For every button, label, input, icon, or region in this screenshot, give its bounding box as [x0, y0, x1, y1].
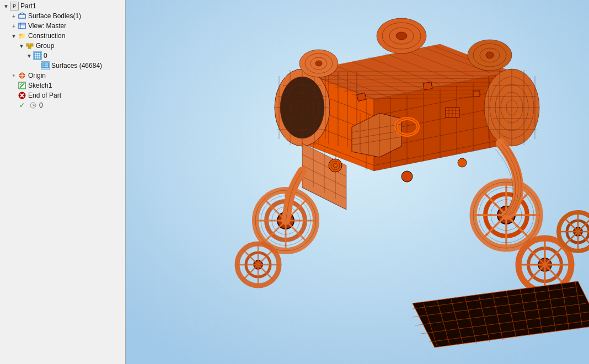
tree-label-sketch1: Sketch1: [28, 82, 52, 89]
svg-rect-14: [42, 63, 49, 68]
svg-rect-8: [28, 46, 31, 49]
construction-folder-icon: 📁: [18, 31, 26, 40]
origin-icon: [18, 71, 26, 80]
tree-item-construction[interactable]: ▼ 📁 Construction: [9, 31, 125, 41]
toggle-origin[interactable]: +: [10, 73, 18, 79]
tree-label-group: Group: [36, 42, 54, 50]
view-master-icon: [18, 22, 26, 30]
svg-rect-9: [34, 52, 41, 59]
tree-label-mesh0: 0: [44, 52, 47, 60]
svg-point-200: [329, 159, 342, 172]
tree-item-origin[interactable]: + Origin: [9, 71, 125, 81]
toggle-surfaces: [33, 63, 41, 69]
feature-tree-panel: ▼ P Part1 + Surface Bodies(1) + View: Ma…: [0, 0, 126, 364]
toggle-check0: [10, 103, 18, 109]
svg-point-111: [396, 32, 407, 40]
tree-label-part1: Part1: [20, 2, 36, 10]
tree-label-surfaces46684: Surfaces (46684): [51, 62, 102, 69]
tree-item-mesh0[interactable]: ▼ 0: [24, 51, 125, 61]
toggle-view-master[interactable]: +: [10, 23, 18, 29]
tree-label-surface-bodies: Surface Bodies(1): [28, 12, 81, 20]
tree-item-part1[interactable]: ▼ P Part1: [1, 1, 125, 11]
tree-label-origin: Origin: [28, 72, 46, 79]
tree-item-view-master[interactable]: + View: Master: [9, 21, 125, 31]
3d-viewport[interactable]: [126, 0, 589, 364]
tree-item-end-of-part[interactable]: End of Part: [9, 90, 125, 100]
toggle-part1[interactable]: ▼: [2, 3, 10, 9]
toggle-end-of-part: [10, 93, 18, 99]
toggle-sketch1: [10, 83, 18, 89]
svg-rect-198: [423, 82, 432, 90]
group-icon: [25, 41, 34, 50]
3d-model-svg: [126, 0, 589, 364]
tree-item-sketch1[interactable]: Sketch1: [9, 81, 125, 90]
svg-point-115: [486, 52, 494, 58]
svg-rect-199: [473, 91, 480, 97]
sketch-icon: [18, 81, 26, 90]
svg-point-107: [315, 61, 322, 66]
svg-line-28: [33, 105, 35, 106]
tree-item-group[interactable]: ▼ Group: [17, 41, 125, 51]
check-icon: ✓: [18, 101, 26, 110]
svg-rect-149: [446, 108, 459, 117]
surface-bodies-icon: [18, 12, 26, 20]
mesh-icon: [33, 51, 42, 60]
part-icon: P: [10, 2, 19, 10]
tree-label-view-master: View: Master: [28, 22, 66, 30]
tree-label-end-of-part: End of Part: [28, 92, 61, 99]
toggle-group[interactable]: ▼: [18, 43, 25, 49]
svg-point-204: [458, 158, 467, 167]
measure-icon: [29, 101, 38, 110]
svg-rect-3: [19, 23, 25, 29]
tree-item-surface-bodies[interactable]: + Surface Bodies(1): [9, 11, 125, 21]
svg-point-203: [401, 171, 413, 182]
svg-rect-0: [19, 14, 25, 18]
tree-item-surfaces46684[interactable]: Surfaces (46684): [32, 61, 125, 71]
end-of-part-icon: [18, 91, 26, 100]
toggle-surface-bodies[interactable]: +: [10, 13, 18, 19]
toggle-mesh0[interactable]: ▼: [25, 53, 33, 59]
toggle-construction[interactable]: ▼: [10, 33, 18, 39]
surfaces-node-icon: [41, 61, 50, 70]
tree-item-check0[interactable]: ✓ 0: [9, 100, 125, 110]
tree-label-check0: 0: [39, 101, 43, 109]
tree-label-construction: Construction: [28, 32, 65, 40]
